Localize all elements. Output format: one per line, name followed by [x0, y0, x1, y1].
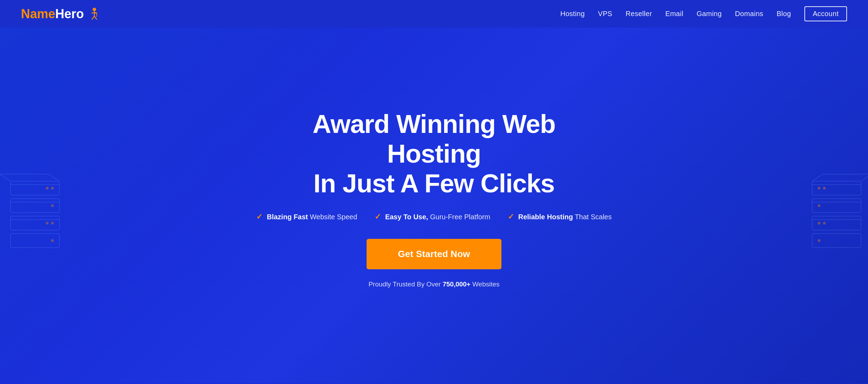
hero-title: Award Winning Web Hosting In Just A Few … [277, 109, 591, 198]
svg-line-19 [49, 174, 59, 181]
svg-point-11 [51, 204, 54, 207]
nav-item-reseller[interactable]: Reseller [625, 10, 652, 18]
server-decoration-left [0, 136, 80, 276]
svg-line-3 [92, 16, 94, 20]
nav-item-gaming[interactable]: Gaming [697, 10, 722, 18]
hero-title-line1: Award Winning Web Hosting [313, 109, 556, 168]
header: NameHero Hosting VPS Reseller Email Gami… [0, 0, 868, 28]
feature-blazing-fast: ✓ Blazing Fast Website Speed [256, 212, 357, 221]
svg-point-8 [46, 187, 49, 190]
svg-point-30 [818, 222, 820, 225]
logo[interactable]: NameHero [21, 7, 100, 21]
trust-suffix: Websites [470, 280, 499, 288]
trust-prefix: Proudly Trusted By Over [368, 280, 442, 288]
check-icon-2: ✓ [375, 212, 381, 221]
svg-point-14 [51, 222, 54, 225]
features-row: ✓ Blazing Fast Website Speed ✓ Easy To U… [256, 212, 612, 221]
svg-point-15 [46, 222, 49, 225]
svg-point-24 [823, 187, 826, 190]
trust-count: 750,000+ [443, 280, 471, 288]
svg-point-7 [51, 187, 54, 190]
svg-point-31 [823, 222, 826, 225]
account-button[interactable]: Account [804, 6, 847, 21]
feature-1-text: Blazing Fast Website Speed [267, 213, 357, 221]
check-icon-3: ✓ [508, 212, 514, 221]
hero-section: Award Winning Web Hosting In Just A Few … [0, 28, 868, 384]
feature-2-text: Easy To Use, Guru-Free Platform [385, 213, 490, 221]
main-nav: Hosting VPS Reseller Email Gaming Domain… [560, 6, 847, 21]
svg-point-17 [51, 239, 54, 242]
svg-point-0 [93, 8, 96, 11]
feature-easy-to-use: ✓ Easy To Use, Guru-Free Platform [375, 212, 490, 221]
nav-item-vps[interactable]: VPS [598, 10, 612, 18]
logo-hero-part: Hero [55, 7, 84, 21]
svg-point-33 [818, 239, 820, 242]
trust-text: Proudly Trusted By Over 750,000+ Website… [368, 280, 499, 288]
server-decoration-right [788, 136, 868, 276]
nav-item-email[interactable]: Email [665, 10, 683, 18]
nav-item-hosting[interactable]: Hosting [560, 10, 585, 18]
feature-3-text: Reliable Hosting That Scales [518, 213, 612, 221]
nav-item-blog[interactable]: Blog [776, 10, 791, 18]
logo-name-part: Name [21, 7, 55, 21]
svg-line-34 [861, 174, 868, 181]
hero-title-line2: In Just A Few Clicks [313, 169, 555, 198]
svg-point-23 [818, 187, 820, 190]
get-started-button[interactable]: Get Started Now [367, 239, 502, 269]
nav-item-domains[interactable]: Domains [735, 10, 763, 18]
svg-line-18 [0, 174, 10, 181]
feature-reliable: ✓ Reliable Hosting That Scales [508, 212, 612, 221]
svg-point-27 [818, 204, 820, 207]
check-icon-1: ✓ [256, 212, 262, 221]
svg-line-35 [812, 174, 823, 181]
logo-figure-icon [86, 7, 100, 21]
